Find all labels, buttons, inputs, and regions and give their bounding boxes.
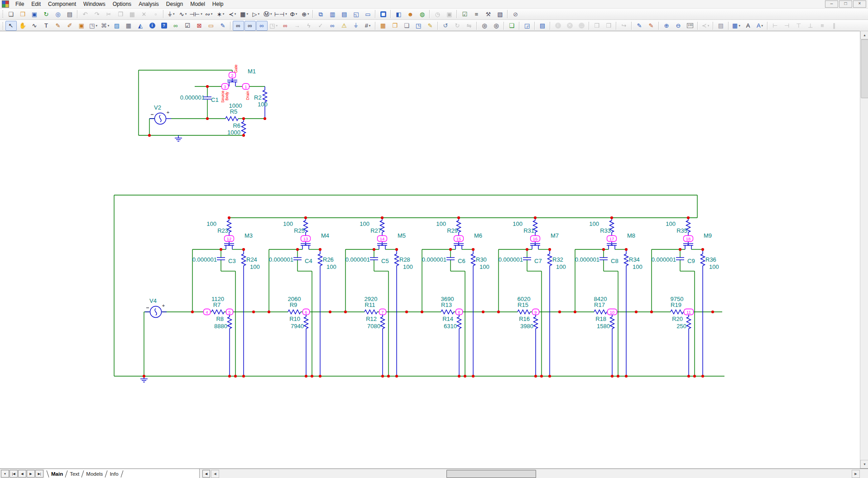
meter-component-button[interactable]: Ⓜ	[262, 9, 273, 19]
print-button[interactable]: ▤	[64, 9, 76, 19]
save-button[interactable]: ▣	[29, 9, 40, 19]
resistor-R2[interactable]: R2100	[254, 86, 268, 119]
menu-model[interactable]: Model	[187, 0, 209, 8]
open-book-button[interactable]: ▤	[715, 21, 727, 31]
resistor-R17[interactable]: 8420R17	[594, 296, 607, 314]
warning-triangle-button[interactable]: ⚠	[339, 21, 350, 31]
resistor-R10[interactable]: R107940	[289, 315, 308, 376]
edit-pencil-button[interactable]: ✎	[53, 21, 64, 31]
view-live-glasses-button[interactable]: ∞	[280, 21, 291, 31]
vertical-scrollbar[interactable]: ▲ ▼	[860, 31, 868, 468]
table-grid-button[interactable]: ▦	[123, 21, 134, 31]
tools-hammer-button[interactable]: ⚒	[483, 9, 494, 19]
next-sheet-button[interactable]: ▶	[27, 470, 35, 478]
capacitor-C4[interactable]: 0.000001C4	[269, 256, 312, 264]
capacitor-C1[interactable]: 0.000001C1	[180, 94, 219, 103]
ground-component-button[interactable]: ⏚	[166, 9, 177, 19]
view-transient-glasses-button[interactable]: ∞	[256, 21, 268, 31]
resistor-R11[interactable]: 2920R11	[364, 296, 378, 314]
scroll-left-button[interactable]: ◀	[211, 470, 219, 478]
resistor-R7[interactable]: 1120R7	[211, 296, 224, 314]
prev-sheet-button[interactable]: ◀	[18, 470, 26, 478]
menu-windows[interactable]: Windows	[80, 0, 109, 8]
capacitor-C3[interactable]: 0.000001C3	[192, 256, 236, 264]
side-panel-button[interactable]: ◧	[393, 9, 404, 19]
form-error-button[interactable]: ⊠	[194, 21, 205, 31]
sheet-tab-text[interactable]: Text	[69, 471, 80, 477]
pan-hand-button[interactable]: ✋	[17, 21, 29, 31]
annotate-yellow-button[interactable]: ✎	[634, 21, 645, 31]
last-sheet-button[interactable]: ▶|	[35, 470, 43, 478]
screenshot-button[interactable]: ◲	[522, 21, 533, 31]
open-folder-button[interactable]: ❒	[17, 9, 29, 19]
schematic-canvas[interactable]: +V20.000001C11000R5R61000R2100M1231GateS…	[0, 31, 860, 469]
resistor-R13[interactable]: 3690R13	[441, 296, 454, 314]
resistor-R33[interactable]: 100R33	[589, 218, 614, 235]
sheet-tab-models[interactable]: Models	[85, 471, 104, 477]
node-bubble-12[interactable]: 12	[225, 236, 234, 242]
resistor-R24[interactable]: R24100	[242, 249, 260, 376]
view-ac-glasses-button[interactable]: ∞	[245, 21, 256, 31]
node-bubble-6[interactable]: 6	[303, 309, 310, 315]
subcircuit-button[interactable]: ⌘	[100, 21, 111, 31]
voltage-source-V2[interactable]: +V2	[149, 104, 171, 124]
resistor-R30[interactable]: R30100	[471, 249, 489, 376]
resistor-R34[interactable]: R34100	[624, 249, 643, 376]
menu-analysis[interactable]: Analysis	[135, 0, 163, 8]
first-sheet-button[interactable]: |◀	[10, 470, 18, 478]
text-tool-button[interactable]: T	[41, 21, 52, 31]
horizontal-scroll-thumb[interactable]	[446, 470, 536, 478]
node-bubble-7[interactable]: 7	[379, 309, 386, 315]
export-shape-button[interactable]: ◳	[88, 21, 99, 31]
page-new-button[interactable]: ❏	[401, 21, 412, 31]
capacitor-C5[interactable]: 0.000001C5	[345, 256, 389, 264]
capacitor-C9[interactable]: 0.000001C9	[652, 256, 695, 264]
marker-pen-button[interactable]: ✎	[425, 21, 436, 31]
checkbox-button[interactable]: ☑	[182, 21, 193, 31]
resistor-R35[interactable]: 100R35	[666, 218, 690, 235]
resistor-component-button[interactable]: ∿	[177, 9, 189, 19]
resistor-R36[interactable]: R36100	[701, 249, 719, 376]
cascade-windows-button[interactable]: ⧉	[315, 9, 326, 19]
node-bubble-15[interactable]: 15	[454, 236, 464, 242]
web-settings-button[interactable]: ◍	[417, 9, 428, 19]
database-table-button[interactable]: ▦	[378, 21, 389, 31]
resistor-R28[interactable]: R28100	[395, 249, 413, 376]
find-binoculars-button[interactable]: ◎	[479, 21, 490, 31]
calculator-button[interactable]: ▦	[378, 9, 389, 19]
node-component-button[interactable]: ∗	[215, 9, 226, 19]
node-bubble-18[interactable]: 18	[684, 236, 693, 242]
grid-toggle-button[interactable]: #	[362, 21, 374, 31]
user-settings-button[interactable]: ☻	[405, 9, 416, 19]
resistor-R23[interactable]: 100R23	[206, 218, 231, 235]
source-component-button[interactable]: ⊕	[300, 9, 311, 19]
analysis-setup-button[interactable]: ☑	[459, 9, 470, 19]
ground-symbol-1[interactable]	[175, 135, 182, 141]
resistor-R8[interactable]: R88880	[214, 315, 231, 376]
tab-scroll-left-button[interactable]: ◀	[202, 470, 210, 478]
info-button[interactable]: i	[147, 21, 158, 31]
resistor-R12[interactable]: R127080	[366, 315, 384, 376]
menu-help[interactable]: Help	[209, 0, 227, 8]
capacitor-C7[interactable]: 0.000001C7	[499, 256, 542, 264]
maximize-button[interactable]: □	[839, 0, 852, 8]
polarized-capacitor-component-button[interactable]: ⊢⊣	[274, 9, 288, 19]
close-button[interactable]: ×	[853, 0, 866, 8]
notes-export-button[interactable]: ❏	[506, 21, 518, 31]
node-bubble-1[interactable]: 1	[243, 84, 249, 90]
capacitor-C8[interactable]: 0.000001C8	[575, 256, 619, 264]
resistor-R15[interactable]: 6020R15	[518, 296, 531, 314]
scroll-right-button[interactable]: ▶	[852, 470, 860, 478]
node-bubble-10[interactable]: 10	[608, 309, 617, 315]
font-letter-button[interactable]: A	[743, 21, 754, 31]
report-button[interactable]: ▤	[537, 21, 548, 31]
node-bubble-4[interactable]: 4	[204, 309, 211, 315]
sheet-tab-info[interactable]: Info	[109, 471, 119, 477]
frame-button[interactable]: ▭	[206, 21, 217, 31]
picture-button[interactable]: ▨	[111, 21, 123, 31]
inductor-component-button[interactable]: ∾	[203, 9, 215, 19]
font-color-button[interactable]: A	[754, 21, 766, 31]
capacitor-component-button[interactable]: ⊣⊢	[189, 9, 203, 19]
menu-options[interactable]: Options	[109, 0, 135, 8]
resistor-R5[interactable]: 1000R5	[225, 102, 242, 121]
